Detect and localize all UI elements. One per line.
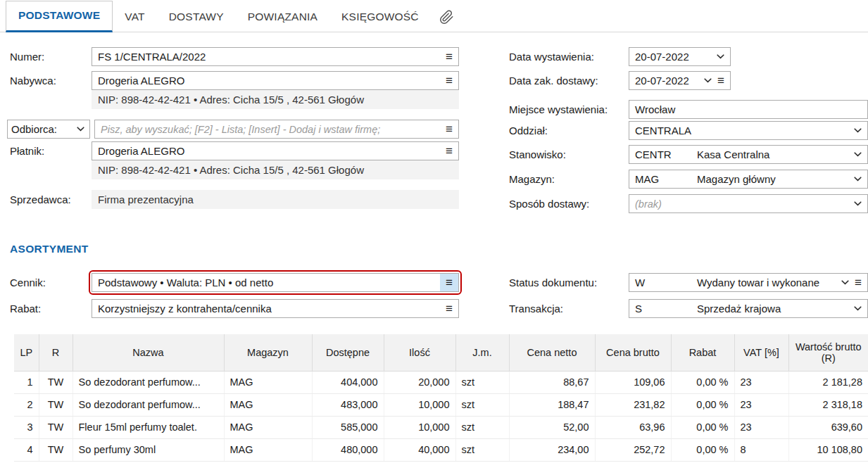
rabat-field[interactable]: Korzystniejszy z kontrahenta/cennika ≡	[92, 299, 459, 318]
table-row[interactable]: 2 TW So dezodorant perfumow... MAG 483,0…	[14, 393, 868, 416]
cell-ilosc[interactable]: 10,000	[384, 393, 455, 416]
status-dokumentu-field[interactable]: W Wydany towar i wykonane ≡	[629, 273, 868, 292]
col-header-cena-brutto[interactable]: Cena brutto	[595, 334, 671, 371]
tab-dostawy[interactable]: DOSTAWY	[157, 2, 236, 32]
cell-vat[interactable]: 23	[734, 393, 788, 416]
cennik-field[interactable]: Podstawowy • Waluta: PLN • od netto ≡	[92, 273, 459, 292]
col-header-jm[interactable]: J.m.	[455, 334, 509, 371]
tab-podstawowe[interactable]: PODSTAWOWE	[6, 1, 113, 32]
cell-cena-netto[interactable]: 188,47	[509, 393, 595, 416]
table-row[interactable]: 4 TW So perfumy 30ml MAG 480,000 40,000 …	[14, 438, 868, 461]
cell-magazyn[interactable]: MAG	[224, 393, 312, 416]
cell-wartosc-brutto[interactable]: 10 108,80	[788, 438, 868, 461]
chevron-down-icon[interactable]	[854, 201, 862, 206]
tab-ksiegowosc[interactable]: KSIĘGOWOŚĆ	[329, 2, 431, 32]
cell-nazwa[interactable]: So perfumy 30ml	[73, 438, 224, 461]
cell-lp[interactable]: 2	[14, 393, 39, 416]
chevron-down-icon[interactable]	[841, 280, 849, 285]
cennik-menu-button[interactable]: ≡	[440, 274, 458, 291]
chevron-down-icon[interactable]	[854, 306, 862, 311]
cell-lp[interactable]: 3	[14, 416, 39, 438]
data-wystawienia-field[interactable]: 20-07-2022	[629, 47, 731, 66]
cell-r[interactable]: TW	[39, 393, 73, 416]
cell-r[interactable]: TW	[39, 438, 73, 461]
table-row[interactable]: 3 TW Fleur 15ml perfumy toalet. MAG 585,…	[14, 416, 868, 438]
cell-r[interactable]: TW	[39, 416, 73, 438]
cell-wartosc-brutto[interactable]: 639,60	[788, 416, 868, 438]
sposob-dostawy-field[interactable]: (brak)	[629, 194, 868, 213]
cell-nazwa[interactable]: Fleur 15ml perfumy toalet.	[73, 416, 224, 438]
menu-icon[interactable]: ≡	[855, 277, 862, 288]
col-header-dostepne[interactable]: Dostępne	[312, 334, 384, 371]
cell-cena-brutto[interactable]: 252,72	[595, 438, 671, 461]
data-zak-dostawy-field[interactable]: 20-07-2022 ≡	[629, 71, 731, 90]
menu-icon[interactable]: ≡	[440, 51, 453, 63]
cell-vat[interactable]: 23	[734, 371, 788, 393]
col-header-wartosc-brutto[interactable]: Wartość brutto (R)	[788, 334, 868, 371]
cell-cena-netto[interactable]: 234,00	[509, 438, 595, 461]
col-header-magazyn[interactable]: Magazyn	[224, 334, 312, 371]
transakcja-field[interactable]: S Sprzedaż krajowa	[629, 299, 868, 318]
cell-vat[interactable]: 8	[734, 438, 788, 461]
cell-cena-netto[interactable]: 52,00	[509, 416, 595, 438]
cell-nazwa[interactable]: So dezodorant perfumow...	[73, 393, 224, 416]
cell-rabat[interactable]: 0,00 %	[671, 416, 734, 438]
cell-jm[interactable]: szt	[455, 416, 509, 438]
cell-rabat[interactable]: 0,00 %	[671, 393, 734, 416]
cell-cena-brutto[interactable]: 109,06	[595, 371, 671, 393]
magazyn-field[interactable]: MAG Magazyn główny	[629, 170, 868, 189]
platnik-field[interactable]: Drogeria ALEGRO ≡	[92, 141, 459, 160]
col-header-lp[interactable]: LP	[14, 334, 39, 371]
cell-rabat[interactable]: 0,00 %	[671, 371, 734, 393]
table-row[interactable]: 1 TW So dezodorant perfumow... MAG 404,0…	[14, 371, 868, 393]
cell-magazyn[interactable]: MAG	[224, 438, 312, 461]
chevron-down-icon[interactable]	[717, 54, 724, 59]
cell-nazwa[interactable]: So dezodorant perfumow...	[73, 371, 224, 393]
tab-powiazania[interactable]: POWIĄZANIA	[236, 2, 329, 32]
chevron-down-icon[interactable]	[854, 177, 862, 182]
cell-dostepne[interactable]: 480,000	[312, 438, 384, 461]
cell-lp[interactable]: 4	[14, 438, 39, 461]
cell-ilosc[interactable]: 20,000	[384, 371, 455, 393]
cell-magazyn[interactable]: MAG	[224, 371, 312, 393]
odbiorca-field[interactable]: Pisz, aby wyszukać; [F2] - Lista; [Inser…	[94, 120, 459, 139]
chevron-down-icon[interactable]	[854, 152, 862, 157]
cell-vat[interactable]: 23	[734, 416, 788, 438]
cell-wartosc-brutto[interactable]: 2 181,28	[788, 371, 868, 393]
numer-field[interactable]: FS 1/CENTRALA/2022 ≡	[92, 47, 459, 66]
cell-cena-netto[interactable]: 88,67	[509, 371, 595, 393]
cell-jm[interactable]: szt	[455, 393, 509, 416]
cell-dostepne[interactable]: 483,000	[312, 393, 384, 416]
cell-jm[interactable]: szt	[455, 438, 509, 461]
cell-dostepne[interactable]: 585,000	[312, 416, 384, 438]
col-header-nazwa[interactable]: Nazwa	[73, 334, 224, 371]
menu-icon[interactable]: ≡	[440, 75, 453, 87]
cell-cena-brutto[interactable]: 63,96	[595, 416, 671, 438]
chevron-down-icon[interactable]	[704, 78, 712, 83]
cell-ilosc[interactable]: 40,000	[384, 438, 455, 461]
stanowisko-field[interactable]: CENTR Kasa Centralna	[629, 145, 868, 164]
cell-magazyn[interactable]: MAG	[224, 416, 312, 438]
cell-jm[interactable]: szt	[455, 371, 509, 393]
chevron-down-icon[interactable]	[854, 128, 862, 133]
tab-vat[interactable]: VAT	[113, 2, 156, 32]
paperclip-icon[interactable]	[439, 10, 454, 25]
cell-wartosc-brutto[interactable]: 2 318,18	[788, 393, 868, 416]
menu-icon[interactable]: ≡	[440, 123, 453, 135]
miejsce-wystawienia-field[interactable]: Wrocław	[629, 100, 868, 119]
cell-dostepne[interactable]: 404,000	[312, 371, 384, 393]
cell-ilosc[interactable]: 10,000	[384, 416, 455, 438]
col-header-cena-netto[interactable]: Cena netto	[509, 334, 595, 371]
col-header-ilosc[interactable]: Ilość	[384, 334, 455, 371]
nabywca-field[interactable]: Drogeria ALEGRO ≡	[92, 71, 459, 90]
oddzial-field[interactable]: CENTRALA	[629, 121, 868, 140]
odbiorca-role-selector[interactable]: Odbiorca:	[7, 120, 90, 139]
menu-icon[interactable]: ≡	[440, 303, 453, 315]
cell-cena-brutto[interactable]: 231,82	[595, 393, 671, 416]
menu-icon[interactable]: ≡	[717, 75, 724, 87]
menu-icon[interactable]: ≡	[440, 145, 453, 157]
cell-rabat[interactable]: 0,00 %	[671, 438, 734, 461]
col-header-r[interactable]: R	[39, 334, 73, 371]
cell-lp[interactable]: 1	[14, 371, 39, 393]
col-header-vat[interactable]: VAT [%]	[734, 334, 788, 371]
